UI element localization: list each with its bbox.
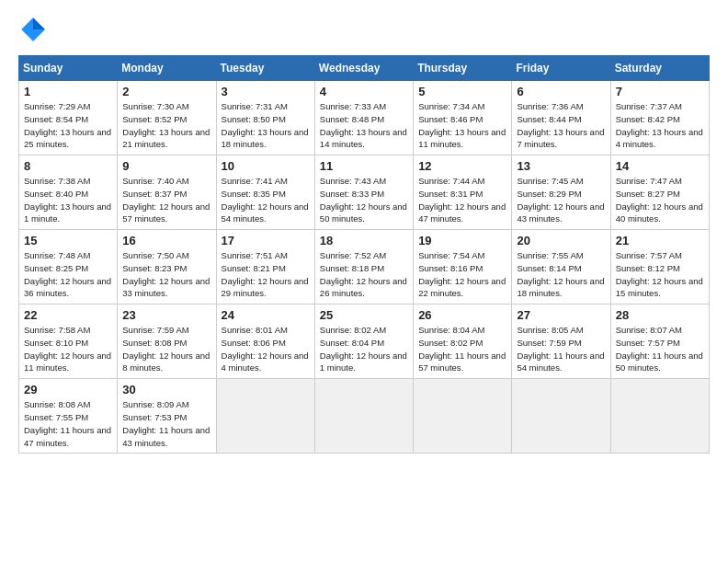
svg-marker-1 [33, 17, 45, 29]
calendar-week-1: 1Sunrise: 7:29 AMSunset: 8:54 PMDaylight… [19, 81, 710, 155]
day-number: 10 [222, 159, 310, 173]
calendar-cell: 24Sunrise: 8:01 AMSunset: 8:06 PMDayligh… [216, 304, 314, 379]
day-info: Sunrise: 8:07 AMSunset: 7:57 PMDaylight:… [616, 324, 704, 374]
header [18, 15, 710, 44]
logo-icon [18, 15, 48, 44]
day-info: Sunrise: 7:55 AMSunset: 8:14 PMDaylight:… [517, 249, 605, 300]
weekday-header-row: SundayMondayTuesdayWednesdayThursdayFrid… [19, 56, 710, 81]
day-info: Sunrise: 7:33 AMSunset: 8:48 PMDaylight:… [320, 100, 408, 151]
calendar-cell: 18Sunrise: 7:52 AMSunset: 8:18 PMDayligh… [314, 230, 413, 304]
day-number: 8 [24, 159, 112, 173]
calendar-cell: 15Sunrise: 7:48 AMSunset: 8:25 PMDayligh… [19, 230, 118, 304]
day-info: Sunrise: 8:04 AMSunset: 8:02 PMDaylight:… [418, 324, 506, 374]
calendar-cell: 26Sunrise: 8:04 AMSunset: 8:02 PMDayligh… [414, 304, 512, 379]
calendar-cell: 12Sunrise: 7:44 AMSunset: 8:31 PMDayligh… [414, 155, 512, 230]
calendar-cell: 8Sunrise: 7:38 AMSunset: 8:40 PMDaylight… [19, 155, 118, 230]
calendar-cell: 30Sunrise: 8:09 AMSunset: 7:53 PMDayligh… [118, 379, 216, 454]
calendar-cell: 13Sunrise: 7:45 AMSunset: 8:29 PMDayligh… [512, 155, 610, 230]
day-number: 4 [320, 85, 408, 98]
day-info: Sunrise: 7:52 AMSunset: 8:18 PMDaylight:… [320, 249, 408, 300]
day-number: 7 [616, 85, 704, 98]
calendar-cell [216, 379, 314, 454]
logo [18, 15, 51, 44]
day-number: 22 [24, 308, 112, 322]
weekday-sunday: Sunday [19, 56, 118, 81]
day-number: 12 [418, 159, 506, 173]
day-number: 27 [517, 308, 605, 322]
calendar-cell: 9Sunrise: 7:40 AMSunset: 8:37 PMDaylight… [118, 155, 216, 230]
day-info: Sunrise: 7:57 AMSunset: 8:12 PMDaylight:… [616, 249, 704, 300]
calendar-cell: 21Sunrise: 7:57 AMSunset: 8:12 PMDayligh… [610, 230, 709, 304]
day-number: 29 [24, 383, 112, 396]
calendar-cell: 2Sunrise: 7:30 AMSunset: 8:52 PMDaylight… [118, 81, 216, 155]
calendar-cell: 7Sunrise: 7:37 AMSunset: 8:42 PMDaylight… [610, 81, 709, 155]
day-info: Sunrise: 7:38 AMSunset: 8:40 PMDaylight:… [24, 175, 112, 225]
day-info: Sunrise: 7:31 AMSunset: 8:50 PMDaylight:… [222, 100, 310, 151]
day-number: 25 [320, 308, 408, 322]
calendar-cell: 23Sunrise: 7:59 AMSunset: 8:08 PMDayligh… [118, 304, 216, 379]
weekday-saturday: Saturday [610, 56, 709, 81]
day-number: 28 [616, 308, 704, 322]
day-number: 24 [222, 308, 310, 322]
calendar-cell: 28Sunrise: 8:07 AMSunset: 7:57 PMDayligh… [610, 304, 709, 379]
day-info: Sunrise: 7:44 AMSunset: 8:31 PMDaylight:… [418, 175, 506, 225]
calendar-table: SundayMondayTuesdayWednesdayThursdayFrid… [18, 55, 710, 454]
day-info: Sunrise: 7:40 AMSunset: 8:37 PMDaylight:… [122, 175, 210, 225]
day-number: 11 [320, 159, 408, 173]
day-number: 21 [616, 234, 704, 247]
day-info: Sunrise: 7:58 AMSunset: 8:10 PMDaylight:… [24, 324, 112, 374]
day-number: 2 [122, 85, 210, 98]
day-info: Sunrise: 8:02 AMSunset: 8:04 PMDaylight:… [320, 324, 408, 374]
day-info: Sunrise: 7:48 AMSunset: 8:25 PMDaylight:… [24, 249, 112, 300]
calendar-week-2: 8Sunrise: 7:38 AMSunset: 8:40 PMDaylight… [19, 155, 710, 230]
day-info: Sunrise: 7:47 AMSunset: 8:27 PMDaylight:… [616, 175, 704, 225]
day-info: Sunrise: 7:34 AMSunset: 8:46 PMDaylight:… [418, 100, 506, 151]
calendar-cell: 10Sunrise: 7:41 AMSunset: 8:35 PMDayligh… [216, 155, 314, 230]
weekday-thursday: Thursday [414, 56, 512, 81]
calendar-week-5: 29Sunrise: 8:08 AMSunset: 7:55 PMDayligh… [19, 379, 710, 454]
weekday-wednesday: Wednesday [314, 56, 413, 81]
day-info: Sunrise: 7:29 AMSunset: 8:54 PMDaylight:… [24, 100, 112, 151]
calendar-cell: 5Sunrise: 7:34 AMSunset: 8:46 PMDaylight… [414, 81, 512, 155]
svg-marker-2 [33, 29, 45, 41]
calendar-cell: 16Sunrise: 7:50 AMSunset: 8:23 PMDayligh… [118, 230, 216, 304]
calendar-cell: 4Sunrise: 7:33 AMSunset: 8:48 PMDaylight… [314, 81, 413, 155]
day-number: 18 [320, 234, 408, 247]
calendar-cell [610, 379, 709, 454]
day-number: 3 [222, 85, 310, 98]
day-info: Sunrise: 7:54 AMSunset: 8:16 PMDaylight:… [418, 249, 506, 300]
day-info: Sunrise: 7:41 AMSunset: 8:35 PMDaylight:… [222, 175, 310, 225]
weekday-tuesday: Tuesday [216, 56, 314, 81]
day-number: 9 [122, 159, 210, 173]
calendar-week-4: 22Sunrise: 7:58 AMSunset: 8:10 PMDayligh… [19, 304, 710, 379]
calendar-week-3: 15Sunrise: 7:48 AMSunset: 8:25 PMDayligh… [19, 230, 710, 304]
day-info: Sunrise: 7:37 AMSunset: 8:42 PMDaylight:… [616, 100, 704, 151]
day-info: Sunrise: 7:51 AMSunset: 8:21 PMDaylight:… [222, 249, 310, 300]
day-info: Sunrise: 7:59 AMSunset: 8:08 PMDaylight:… [122, 324, 210, 374]
day-number: 6 [517, 85, 605, 98]
calendar-cell: 22Sunrise: 7:58 AMSunset: 8:10 PMDayligh… [19, 304, 118, 379]
day-info: Sunrise: 7:43 AMSunset: 8:33 PMDaylight:… [320, 175, 408, 225]
day-number: 26 [418, 308, 506, 322]
day-number: 14 [616, 159, 704, 173]
weekday-friday: Friday [512, 56, 610, 81]
day-number: 1 [24, 85, 112, 98]
day-info: Sunrise: 7:45 AMSunset: 8:29 PMDaylight:… [517, 175, 605, 225]
day-info: Sunrise: 7:50 AMSunset: 8:23 PMDaylight:… [122, 249, 210, 300]
day-number: 17 [222, 234, 310, 247]
calendar-cell: 29Sunrise: 8:08 AMSunset: 7:55 PMDayligh… [19, 379, 118, 454]
day-number: 23 [122, 308, 210, 322]
day-info: Sunrise: 8:08 AMSunset: 7:55 PMDaylight:… [24, 398, 112, 449]
day-number: 13 [517, 159, 605, 173]
calendar-cell: 11Sunrise: 7:43 AMSunset: 8:33 PMDayligh… [314, 155, 413, 230]
calendar-cell: 27Sunrise: 8:05 AMSunset: 7:59 PMDayligh… [512, 304, 610, 379]
day-number: 19 [418, 234, 506, 247]
day-number: 20 [517, 234, 605, 247]
calendar-cell [512, 379, 610, 454]
page: SundayMondayTuesdayWednesdayThursdayFrid… [0, 0, 728, 468]
calendar-cell [314, 379, 413, 454]
calendar-cell: 17Sunrise: 7:51 AMSunset: 8:21 PMDayligh… [216, 230, 314, 304]
day-number: 30 [122, 383, 210, 396]
day-info: Sunrise: 8:09 AMSunset: 7:53 PMDaylight:… [122, 398, 210, 449]
calendar-cell: 6Sunrise: 7:36 AMSunset: 8:44 PMDaylight… [512, 81, 610, 155]
